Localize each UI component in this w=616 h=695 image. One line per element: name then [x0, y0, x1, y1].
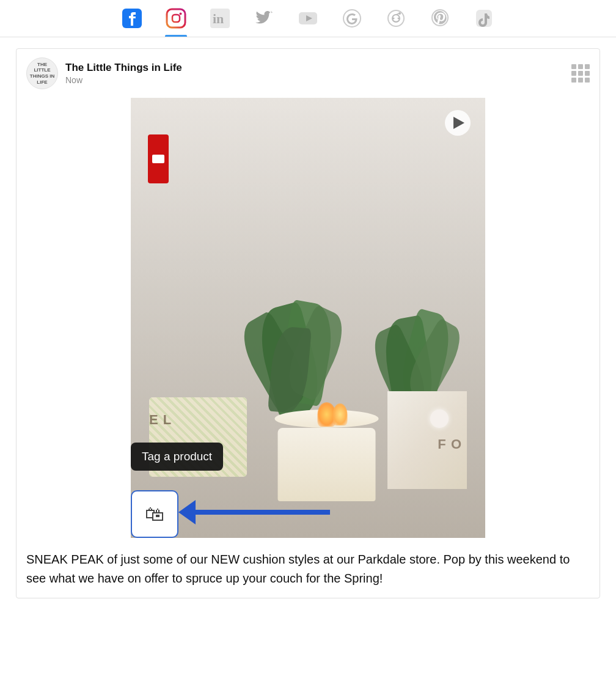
sidebar-item-reddit[interactable] — [385, 7, 407, 37]
post-header: THE LITTLE THINGS IN LIFE The Little Thi… — [16, 49, 600, 98]
image-text-right: F O — [438, 436, 462, 452]
play-button[interactable] — [445, 110, 471, 136]
grid-dot — [585, 64, 590, 69]
main-content: THE LITTLE THINGS IN LIFE The Little Thi… — [9, 48, 607, 598]
sidebar-item-twitter[interactable] — [253, 7, 275, 37]
shopping-bag-icon: 🛍 — [145, 503, 164, 526]
svg-point-9 — [388, 10, 404, 26]
svg-rect-2 — [172, 15, 180, 22]
candle — [278, 414, 379, 501]
post-image: E L F O Tag a product 🛍 — [131, 98, 485, 538]
svg-text:in: in — [213, 11, 224, 26]
tag-product-arrow — [178, 500, 330, 524]
sidebar-item-tiktok[interactable] — [473, 7, 495, 37]
arrow-head-icon — [178, 500, 196, 524]
grid-dot — [585, 78, 590, 83]
pinterest-icon — [429, 7, 451, 29]
twitter-icon — [253, 7, 275, 29]
svg-rect-1 — [167, 9, 185, 28]
post-header-left: THE LITTLE THINGS IN LIFE The Little Thi… — [26, 57, 182, 89]
sidebar-item-youtube[interactable] — [297, 7, 319, 37]
grid-dot — [571, 78, 576, 83]
post-caption: SNEAK PEAK of just some of our NEW cushi… — [16, 538, 600, 598]
fire-extinguisher — [148, 134, 169, 183]
candle-body — [278, 428, 376, 501]
tag-product-tooltip: Tag a product — [131, 443, 223, 471]
sidebar-item-facebook[interactable] — [121, 7, 143, 37]
image-text-left: E L — [149, 412, 172, 428]
tag-product-button[interactable]: 🛍 — [131, 490, 178, 538]
grid-dot — [585, 71, 590, 76]
grid-view-button[interactable] — [571, 64, 590, 83]
post-image-bg: E L F O Tag a product 🛍 — [131, 98, 485, 538]
arrow-line — [196, 510, 330, 515]
account-name: The Little Things in Life — [65, 62, 182, 74]
fire-ext-label — [152, 155, 164, 163]
sidebar-item-linkedin[interactable]: in — [209, 7, 231, 37]
grid-dot — [571, 71, 576, 76]
grid-dot — [578, 71, 583, 76]
grid-dot — [571, 64, 576, 69]
sidebar-item-instagram[interactable] — [165, 7, 187, 37]
sidebar-item-pinterest[interactable] — [429, 7, 451, 37]
post-timestamp: Now — [65, 75, 182, 85]
svg-line-14 — [396, 13, 399, 15]
linkedin-icon: in — [209, 7, 231, 29]
play-triangle-icon — [453, 117, 464, 129]
shop-button-wrapper: 🛍 — [131, 490, 178, 538]
grid-dot — [578, 78, 583, 83]
svg-point-11 — [393, 18, 395, 20]
google-icon — [341, 7, 363, 29]
instagram-icon — [165, 7, 187, 29]
svg-point-12 — [398, 18, 400, 20]
youtube-icon — [297, 7, 319, 29]
facebook-icon — [121, 7, 143, 29]
sidebar-item-google[interactable] — [341, 7, 363, 37]
tiktok-icon — [473, 7, 495, 29]
post-card: THE LITTLE THINGS IN LIFE The Little Thi… — [16, 48, 600, 598]
reddit-icon — [385, 7, 407, 29]
svg-point-3 — [180, 13, 182, 15]
social-nav-bar: in — [0, 0, 616, 37]
grid-dot — [578, 64, 583, 69]
post-meta: The Little Things in Life Now — [65, 62, 182, 85]
avatar: THE LITTLE THINGS IN LIFE — [26, 57, 58, 89]
